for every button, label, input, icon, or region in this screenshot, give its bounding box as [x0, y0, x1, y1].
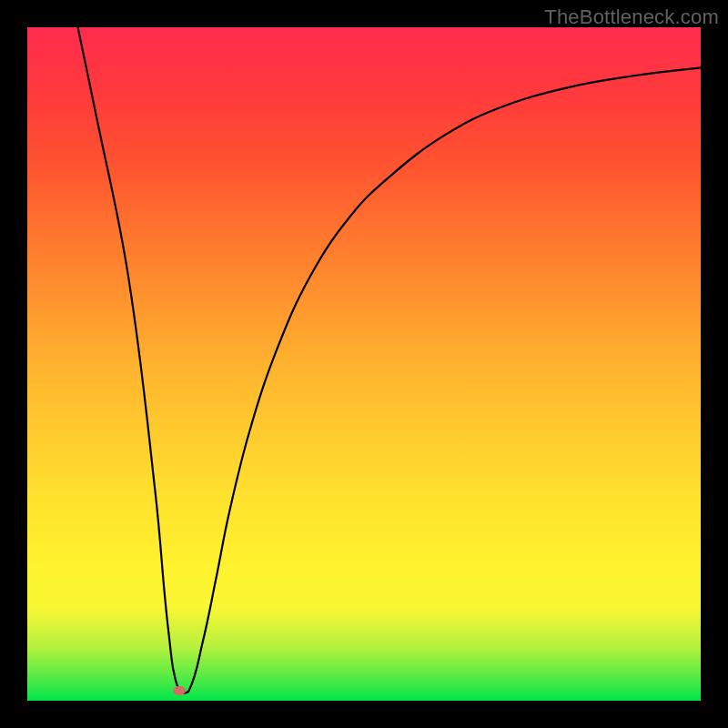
- watermark-text: TheBottleneck.com: [544, 5, 719, 29]
- curve-svg: [27, 27, 701, 701]
- optimum-marker: [173, 686, 186, 695]
- bottleneck-curve: [78, 27, 702, 693]
- chart-frame: TheBottleneck.com: [0, 0, 728, 728]
- plot-area: [27, 27, 701, 701]
